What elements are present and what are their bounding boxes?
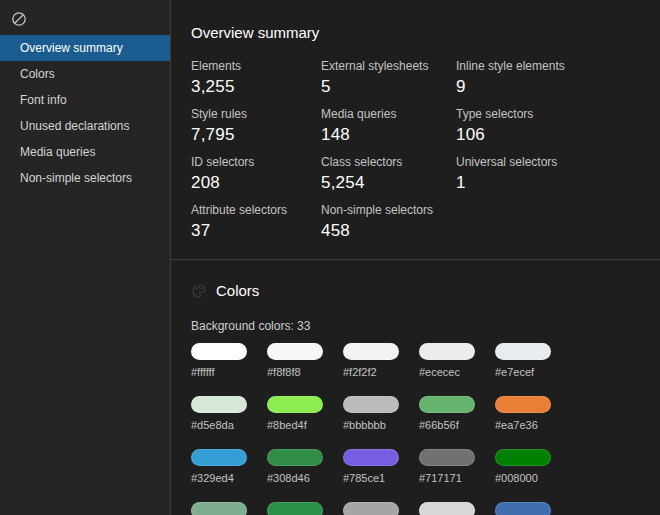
- stat-value: 208: [191, 173, 321, 193]
- stat-value: 148: [321, 125, 456, 145]
- stat-value: 3,255: [191, 77, 321, 97]
- swatch-cell: [191, 502, 267, 515]
- swatch-cell: #d5e8da: [191, 396, 267, 432]
- stat-non-simple-selectors: Non-simple selectors458: [321, 203, 456, 241]
- color-hex-label: #ea7e36: [495, 419, 571, 432]
- css-overview-panel: Overview summaryColorsFont infoUnused de…: [0, 0, 660, 515]
- swatch-cell: #008000: [495, 449, 571, 485]
- color-swatch[interactable]: [495, 449, 551, 466]
- stat-class-selectors: Class selectors5,254: [321, 155, 456, 193]
- sidebar-nav: Overview summaryColorsFont infoUnused de…: [0, 35, 170, 191]
- color-hex-label: #ececec: [419, 366, 495, 379]
- color-swatch[interactable]: [343, 396, 399, 413]
- color-hex-label: #e7ecef: [495, 366, 571, 379]
- stat-id-selectors: ID selectors208: [191, 155, 321, 193]
- palette-icon: [191, 283, 207, 299]
- swatch-cell: #e7ecef: [495, 343, 571, 379]
- swatch-cell: #ececec: [419, 343, 495, 379]
- swatch-cell: [419, 502, 495, 515]
- stat-external-stylesheets: External stylesheets5: [321, 59, 456, 97]
- stat-label: Type selectors: [456, 107, 640, 121]
- swatch-cell: #717171: [419, 449, 495, 485]
- swatch-grid: #ffffff#f8f8f8#f2f2f2#ececec#e7ecef#d5e8…: [191, 343, 640, 515]
- stat-label: Universal selectors: [456, 155, 640, 169]
- color-hex-label: #329ed4: [191, 472, 267, 485]
- stat-value: 5: [321, 77, 456, 97]
- clear-overview-button[interactable]: [8, 8, 30, 30]
- overview-summary-section: Overview summary Elements3,255External s…: [191, 24, 640, 241]
- color-swatch[interactable]: [191, 449, 247, 466]
- color-hex-label: #308d46: [267, 472, 343, 485]
- stat-inline-style-elements: Inline style elements9: [456, 59, 640, 97]
- stat-attribute-selectors: Attribute selectors37: [191, 203, 321, 241]
- sidebar-item-colors[interactable]: Colors: [0, 61, 170, 87]
- stat-label: Non-simple selectors: [321, 203, 456, 217]
- sidebar-toolbar: [0, 6, 170, 35]
- sidebar-item-overview-summary[interactable]: Overview summary: [0, 35, 170, 61]
- stat-label: ID selectors: [191, 155, 321, 169]
- color-hex-label: #bbbbbb: [343, 419, 419, 432]
- stat-label: Style rules: [191, 107, 321, 121]
- color-swatch[interactable]: [343, 449, 399, 466]
- stat-value: 458: [321, 221, 456, 241]
- stat-style-rules: Style rules7,795: [191, 107, 321, 145]
- color-hex-label: #785ce1: [343, 472, 419, 485]
- color-swatch[interactable]: [343, 502, 399, 515]
- color-swatch[interactable]: [191, 502, 247, 515]
- color-swatch[interactable]: [419, 343, 475, 360]
- sidebar-item-font-info[interactable]: Font info: [0, 87, 170, 113]
- color-swatch[interactable]: [267, 502, 323, 515]
- clear-icon: [11, 11, 27, 27]
- swatch-cell: [495, 502, 571, 515]
- color-swatch[interactable]: [495, 502, 551, 515]
- background-colors-heading: Background colors: 33: [191, 319, 640, 333]
- main-panel: Overview summary Elements3,255External s…: [171, 0, 660, 515]
- stat-label: Class selectors: [321, 155, 456, 169]
- swatch-cell: #bbbbbb: [343, 396, 419, 432]
- swatch-cell: #329ed4: [191, 449, 267, 485]
- color-swatch[interactable]: [419, 502, 475, 515]
- swatch-cell: [343, 502, 419, 515]
- sidebar: Overview summaryColorsFont infoUnused de…: [0, 0, 171, 515]
- section-divider: [171, 259, 660, 260]
- color-hex-label: #f8f8f8: [267, 366, 343, 379]
- swatch-cell: #ffffff: [191, 343, 267, 379]
- stat-value: 5,254: [321, 173, 456, 193]
- stat-media-queries: Media queries148: [321, 107, 456, 145]
- swatch-cell: #785ce1: [343, 449, 419, 485]
- stat-value: 37: [191, 221, 321, 241]
- swatch-cell: #ea7e36: [495, 396, 571, 432]
- color-swatch[interactable]: [495, 396, 551, 413]
- color-swatch[interactable]: [419, 396, 475, 413]
- colors-section-title-row: Colors: [191, 282, 640, 299]
- stats-grid: Elements3,255External stylesheets5Inline…: [191, 59, 640, 241]
- swatch-cell: [267, 502, 343, 515]
- color-hex-label: #f2f2f2: [343, 366, 419, 379]
- color-swatch[interactable]: [343, 343, 399, 360]
- color-hex-label: #d5e8da: [191, 419, 267, 432]
- sidebar-item-media-queries[interactable]: Media queries: [0, 139, 170, 165]
- colors-section-title: Colors: [216, 282, 259, 299]
- stat-label: Media queries: [321, 107, 456, 121]
- color-swatch[interactable]: [191, 343, 247, 360]
- color-swatch[interactable]: [419, 449, 475, 466]
- stat-type-selectors: Type selectors106: [456, 107, 640, 145]
- color-swatch[interactable]: [267, 449, 323, 466]
- stat-value: 7,795: [191, 125, 321, 145]
- sidebar-item-unused-declarations[interactable]: Unused declarations: [0, 113, 170, 139]
- stat-label: External stylesheets: [321, 59, 456, 73]
- sidebar-item-non-simple-selectors[interactable]: Non-simple selectors: [0, 165, 170, 191]
- color-hex-label: #008000: [495, 472, 571, 485]
- color-hex-label: #66b56f: [419, 419, 495, 432]
- color-swatch[interactable]: [495, 343, 551, 360]
- stat-universal-selectors: Universal selectors1: [456, 155, 640, 193]
- color-swatch[interactable]: [267, 343, 323, 360]
- page-title: Overview summary: [191, 24, 640, 41]
- swatch-cell: #66b56f: [419, 396, 495, 432]
- colors-section: Colors Background colors: 33 #ffffff#f8f…: [191, 282, 640, 515]
- color-swatch[interactable]: [191, 396, 247, 413]
- color-swatch[interactable]: [267, 396, 323, 413]
- stat-elements: Elements3,255: [191, 59, 321, 97]
- stat-label: Elements: [191, 59, 321, 73]
- stat-value: 1: [456, 173, 640, 193]
